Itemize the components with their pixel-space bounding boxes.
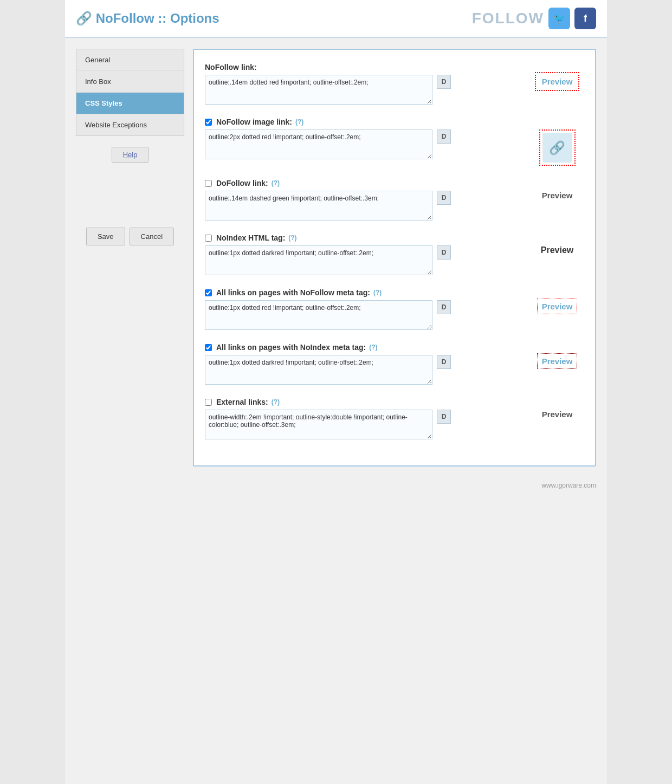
style-row-nofollow-image-link: NoFollow image link: (?) outline:2px dot… [205,118,584,166]
nofollow-image-link-textarea[interactable]: outline:2px dotted red !important; outli… [205,129,432,159]
nofollow-image-link-checkbox[interactable] [205,119,212,126]
nofollow-image-link-preview: 🔗 [530,129,584,166]
all-links-noindex-meta-help[interactable]: (?) [369,344,377,351]
content-panel: NoFollow link: outline:.14em dotted red … [193,49,596,466]
external-links-checkbox[interactable] [205,399,212,406]
style-row-noindex-html-tag: NoIndex HTML tag: (?) outline:1px dotted… [205,234,584,275]
noindex-html-tag-input-row: outline:1px dotted darkred !important; o… [205,245,521,275]
nofollow-image-preview-wrap: 🔗 [539,129,576,166]
all-links-noindex-meta-checkbox[interactable] [205,344,212,351]
facebook-icon: f [584,13,587,24]
external-links-input-row: outline-width:.2em !important; outline-s… [205,410,521,439]
noindex-html-tag-textarea[interactable]: outline:1px dotted darkred !important; o… [205,245,432,275]
nofollow-link-textarea[interactable]: outline:.14em dotted red !important; out… [205,75,432,105]
all-links-nofollow-meta-label: All links on pages with NoFollow meta ta… [205,288,584,297]
external-links-default-btn[interactable]: D [437,410,451,424]
noindex-html-tag-checkbox[interactable] [205,235,212,242]
nofollow-image-link-help[interactable]: (?) [295,118,303,126]
all-links-noindex-meta-input-section: outline:1px dotted darkred !important; o… [205,355,521,385]
all-links-noindex-meta-textarea[interactable]: outline:1px dotted darkred !important; o… [205,355,432,385]
nofollow-link-preview: Preview [530,75,584,88]
dofollow-link-input-row: outline:.14em dashed green !important; o… [205,191,521,221]
footer-text: www.igorware.com [541,482,596,489]
noindex-html-tag-preview: Preview [530,245,584,255]
nofollow-image-link-row: outline:2px dotted red !important; outli… [205,129,584,166]
noindex-html-tag-row: outline:1px dotted darkred !important; o… [205,245,584,275]
style-row-all-links-nofollow-meta: All links on pages with NoFollow meta ta… [205,288,584,330]
external-links-textarea[interactable]: outline-width:.2em !important; outline-s… [205,410,432,439]
nofollow-link-row: outline:.14em dotted red !important; out… [205,75,584,105]
nofollow-link-label: NoFollow link: [205,63,584,72]
nofollow-icon: 🔗 [76,11,92,25]
all-links-nofollow-meta-preview-link[interactable]: Preview [539,300,576,313]
sidebar-nav: General Info Box CSS Styles Website Exce… [76,49,184,136]
external-links-input-section: outline-width:.2em !important; outline-s… [205,410,521,439]
chain-icon: 🔗 [542,133,572,163]
dofollow-link-help[interactable]: (?) [272,179,280,187]
external-links-row: outline-width:.2em !important; outline-s… [205,410,584,439]
header-right: FOLLOW 🐦 f [472,8,596,29]
twitter-button[interactable]: 🐦 [548,8,570,29]
all-links-noindex-meta-default-btn[interactable]: D [437,355,451,369]
all-links-nofollow-meta-help[interactable]: (?) [373,289,382,296]
nofollow-link-input-row: outline:.14em dotted red !important; out… [205,75,521,105]
all-links-noindex-meta-preview: Preview [530,355,584,367]
footer: www.igorware.com [65,477,607,494]
page-header: 🔗 NoFollow :: Options FOLLOW 🐦 f [65,0,607,38]
nofollow-image-link-input-section: outline:2px dotted red !important; outli… [205,129,521,159]
sidebar-item-css-styles[interactable]: CSS Styles [76,93,184,114]
nofollow-link-default-btn[interactable]: D [437,75,451,89]
nofollow-link-input-section: outline:.14em dotted red !important; out… [205,75,521,105]
external-links-preview: Preview [530,410,584,419]
dofollow-link-textarea[interactable]: outline:.14em dashed green !important; o… [205,191,432,221]
all-links-nofollow-meta-preview: Preview [530,300,584,313]
noindex-html-tag-preview-text: Preview [541,245,573,255]
all-links-nofollow-meta-checkbox[interactable] [205,289,212,296]
noindex-html-tag-default-btn[interactable]: D [437,245,451,260]
dofollow-link-row: outline:.14em dashed green !important; o… [205,191,584,221]
dofollow-link-preview: Preview [530,191,584,200]
dofollow-link-checkbox[interactable] [205,180,212,187]
sidebar-item-website-exceptions[interactable]: Website Exceptions [76,114,184,135]
sidebar: General Info Box CSS Styles Website Exce… [76,49,184,245]
style-row-all-links-noindex-meta: All links on pages with NoIndex meta tag… [205,343,584,385]
external-links-help[interactable]: (?) [272,398,280,406]
all-links-nofollow-meta-input-row: outline:1px dotted red !important; outli… [205,300,521,330]
sidebar-actions: Save Cancel [76,228,184,245]
all-links-noindex-meta-label: All links on pages with NoIndex meta tag… [205,343,584,352]
sidebar-item-general[interactable]: General [76,49,184,71]
all-links-nofollow-meta-row: outline:1px dotted red !important; outli… [205,300,584,330]
follow-label: FOLLOW [472,10,544,27]
cancel-button[interactable]: Cancel [130,228,174,245]
page-title: 🔗 NoFollow :: Options [76,11,219,26]
all-links-noindex-meta-row: outline:1px dotted darkred !important; o… [205,355,584,385]
external-links-preview-link[interactable]: Preview [542,410,573,419]
dofollow-link-preview-link[interactable]: Preview [542,191,573,200]
nofollow-image-link-input-row: outline:2px dotted red !important; outli… [205,129,521,159]
dofollow-link-default-btn[interactable]: D [437,191,451,205]
all-links-noindex-meta-input-row: outline:1px dotted darkred !important; o… [205,355,521,385]
noindex-html-tag-input-section: outline:1px dotted darkred !important; o… [205,245,521,275]
style-row-dofollow-link: DoFollow link: (?) outline:.14em dashed … [205,179,584,221]
noindex-html-tag-help[interactable]: (?) [288,234,296,242]
facebook-button[interactable]: f [574,8,596,29]
nofollow-image-link-default-btn[interactable]: D [437,129,451,144]
dofollow-link-label: DoFollow link: (?) [205,179,584,187]
save-button[interactable]: Save [86,228,125,245]
main-layout: General Info Box CSS Styles Website Exce… [65,38,607,477]
twitter-icon: 🐦 [553,12,565,24]
help-button[interactable]: Help [112,147,149,163]
style-row-nofollow-link: NoFollow link: outline:.14em dotted red … [205,63,584,105]
style-row-external-links: External links: (?) outline-width:.2em !… [205,398,584,439]
sidebar-help: Help [76,147,184,163]
sidebar-item-info-box[interactable]: Info Box [76,71,184,93]
all-links-nofollow-meta-textarea[interactable]: outline:1px dotted red !important; outli… [205,300,432,330]
all-links-nofollow-meta-input-section: outline:1px dotted red !important; outli… [205,300,521,330]
nofollow-image-link-label: NoFollow image link: (?) [205,118,584,126]
all-links-noindex-meta-preview-link[interactable]: Preview [539,355,576,367]
nofollow-link-preview-link[interactable]: Preview [538,75,577,88]
noindex-html-tag-label: NoIndex HTML tag: (?) [205,234,584,242]
all-links-nofollow-meta-default-btn[interactable]: D [437,300,451,314]
dofollow-link-input-section: outline:.14em dashed green !important; o… [205,191,521,221]
external-links-label: External links: (?) [205,398,584,406]
